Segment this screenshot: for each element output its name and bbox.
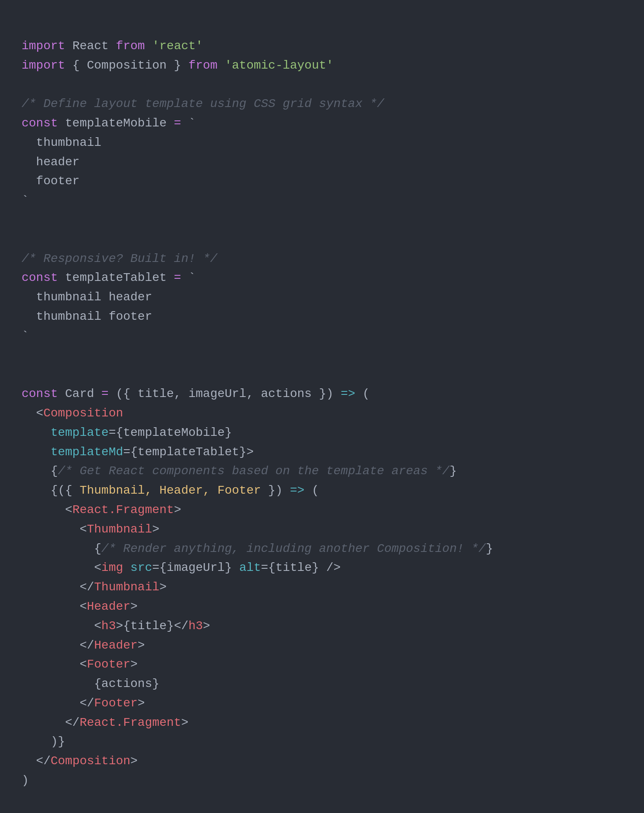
code-line bbox=[22, 75, 622, 95]
code-token: => bbox=[341, 387, 355, 400]
code-token: < bbox=[22, 600, 87, 613]
code-token bbox=[218, 59, 225, 72]
code-line: )} bbox=[22, 732, 622, 752]
code-line: ` bbox=[22, 327, 622, 346]
code-token: const bbox=[22, 117, 58, 130]
code-token: Header bbox=[87, 600, 130, 613]
code-token: Thumbnail, Header, Footer bbox=[79, 484, 261, 497]
code-token: import bbox=[22, 39, 65, 53]
code-line: template={templateMobile} bbox=[22, 423, 622, 443]
code-line: /* Define layout template using CSS grid… bbox=[22, 95, 622, 114]
code-token: </ bbox=[22, 754, 51, 768]
code-line: <Composition bbox=[22, 404, 622, 423]
code-token: </ bbox=[22, 716, 79, 729]
code-token: ( bbox=[355, 387, 370, 400]
code-token: src bbox=[130, 561, 152, 574]
code-token: Thumbnail bbox=[94, 580, 159, 594]
code-token: const bbox=[22, 387, 58, 400]
code-line: thumbnail footer bbox=[22, 307, 622, 327]
code-line: const Card = ({ title, imageUrl, actions… bbox=[22, 384, 622, 404]
code-token: from bbox=[116, 39, 145, 53]
code-line: </Composition> bbox=[22, 752, 622, 771]
code-line bbox=[22, 810, 622, 813]
code-token: {({ bbox=[22, 484, 79, 497]
code-line bbox=[22, 346, 622, 366]
code-line: const templateTablet = ` bbox=[22, 268, 622, 288]
code-token: /* Define layout template using CSS grid… bbox=[22, 97, 384, 110]
code-token: 'react' bbox=[152, 39, 203, 53]
code-line: footer bbox=[22, 172, 622, 191]
code-line: thumbnail header bbox=[22, 288, 622, 307]
code-editor: import React from 'react'import { Compos… bbox=[22, 17, 622, 813]
code-token: < bbox=[22, 658, 87, 671]
code-token: Composition bbox=[43, 406, 123, 420]
code-token: { bbox=[22, 542, 101, 555]
code-token: = bbox=[174, 271, 181, 284]
code-token: thumbnail footer bbox=[22, 310, 152, 323]
code-line: <React.Fragment> bbox=[22, 501, 622, 520]
code-token: </ bbox=[22, 580, 94, 594]
code-line: thumbnail bbox=[22, 133, 622, 153]
code-line: {actions} bbox=[22, 674, 622, 694]
code-line: /* Responsive? Built in! */ bbox=[22, 249, 622, 269]
code-line: import { Composition } from 'atomic-layo… bbox=[22, 56, 622, 76]
code-token: ` bbox=[22, 329, 29, 343]
code-line: templateMd={templateTablet}> bbox=[22, 443, 622, 462]
code-token: footer bbox=[22, 174, 79, 188]
code-token: = bbox=[101, 387, 109, 400]
code-token: < bbox=[22, 619, 101, 633]
code-token: templateTablet bbox=[58, 271, 174, 284]
code-token: templateMobile bbox=[58, 117, 174, 130]
code-token: h3 bbox=[188, 619, 203, 633]
code-token: header bbox=[22, 155, 79, 169]
code-token: templateMd bbox=[22, 445, 123, 459]
code-token: } bbox=[449, 464, 457, 478]
code-line: ) bbox=[22, 771, 622, 791]
code-line: </Header> bbox=[22, 636, 622, 655]
code-token: < bbox=[22, 406, 43, 420]
code-token: > bbox=[130, 600, 138, 613]
code-token: alt bbox=[239, 561, 261, 574]
code-token: > bbox=[203, 619, 210, 633]
code-token: ` bbox=[181, 271, 196, 284]
code-token: thumbnail header bbox=[22, 290, 152, 304]
code-token: const bbox=[22, 271, 58, 284]
code-token: import bbox=[22, 59, 65, 72]
code-token: ({ title, imageUrl, actions }) bbox=[109, 387, 341, 400]
code-line: <Footer> bbox=[22, 655, 622, 674]
code-token: img bbox=[101, 561, 123, 574]
code-token: Thumbnail bbox=[87, 523, 152, 536]
code-token: )} bbox=[22, 735, 65, 748]
code-token: React bbox=[65, 39, 116, 53]
code-token: Header bbox=[94, 639, 138, 652]
code-token: Composition bbox=[51, 754, 130, 768]
code-line: <h3>{title}</h3> bbox=[22, 617, 622, 636]
code-token: < bbox=[22, 561, 101, 574]
code-token: > bbox=[174, 503, 181, 517]
code-token: /* Get React components based on the tem… bbox=[58, 464, 449, 478]
code-token: ={title} /> bbox=[261, 561, 341, 574]
code-token: > bbox=[152, 523, 159, 536]
code-line bbox=[22, 791, 622, 810]
code-token: } bbox=[486, 542, 493, 555]
code-line: <Thumbnail> bbox=[22, 520, 622, 539]
code-token: ( bbox=[304, 484, 319, 497]
code-token: }) bbox=[261, 484, 290, 497]
code-token: ={templateMobile} bbox=[109, 426, 232, 439]
code-token: > bbox=[159, 580, 167, 594]
code-token: > bbox=[181, 716, 189, 729]
code-token: => bbox=[290, 484, 305, 497]
code-token: Footer bbox=[94, 696, 138, 710]
code-token: h3 bbox=[101, 619, 116, 633]
code-token: </ bbox=[22, 639, 94, 652]
code-token: ` bbox=[22, 194, 29, 207]
code-token: template bbox=[22, 426, 109, 439]
code-line: </React.Fragment> bbox=[22, 713, 622, 733]
code-token: ) bbox=[22, 774, 29, 787]
code-token: </ bbox=[22, 696, 94, 710]
code-token: from bbox=[188, 59, 217, 72]
code-token bbox=[123, 561, 130, 574]
code-token: > bbox=[138, 639, 145, 652]
code-line: </Thumbnail> bbox=[22, 578, 622, 597]
code-token: /* Responsive? Built in! */ bbox=[22, 252, 218, 265]
